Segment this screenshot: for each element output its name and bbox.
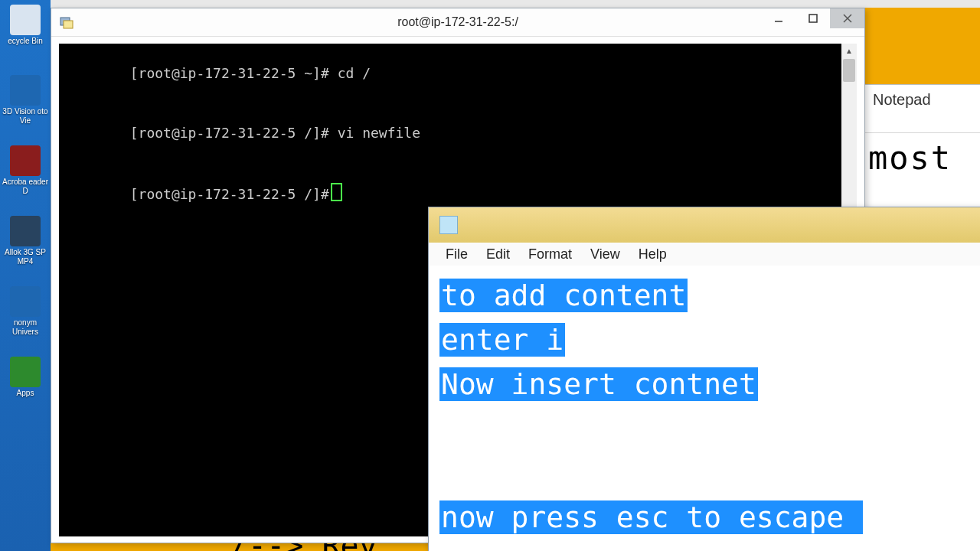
putty-icon <box>59 15 74 30</box>
selected-text: to add content <box>439 279 688 312</box>
text-blank-line <box>439 406 980 451</box>
desktop-icon[interactable]: Acroba eader D <box>0 141 51 211</box>
text-line: to add content <box>439 273 980 318</box>
menu-bar: File Edit Format View Help <box>429 243 980 266</box>
menu-help[interactable]: Help <box>629 245 676 264</box>
video-converter-icon <box>10 216 41 246</box>
desktop-icon-label: Acroba eader D <box>0 178 51 196</box>
desktop-icon-label: Apps <box>17 389 34 398</box>
window-title: Notepad <box>862 85 980 133</box>
text-blank-line <box>439 451 980 495</box>
terminal-prompt: [root@ip-172-31-22-5 /]# <box>130 186 329 202</box>
notepad-icon <box>439 216 458 234</box>
desktop-icon[interactable]: 3D Vision oto Vie <box>0 70 51 141</box>
taskbar-hint <box>0 0 980 8</box>
scroll-up-icon[interactable]: ▲ <box>841 44 857 57</box>
nvidia-icon <box>10 75 41 106</box>
menu-view[interactable]: View <box>581 245 629 264</box>
notes-window[interactable]: Ex File Edit Format View Help to add con… <box>428 207 980 551</box>
terminal-line: [root@ip-172-31-22-5 /]# vi newfile <box>59 103 841 163</box>
svg-rect-3 <box>809 15 817 22</box>
svg-rect-1 <box>64 21 73 28</box>
selected-text: Now insert contnet <box>439 367 758 401</box>
titlebar[interactable]: Ex <box>429 207 980 243</box>
vpn-icon <box>10 286 41 317</box>
desktop-icon[interactable]: Apps <box>0 352 51 422</box>
window-controls <box>761 8 864 31</box>
text-line: now press esc to escape <box>439 495 980 540</box>
maximize-button[interactable] <box>795 8 830 28</box>
scrollbar-thumb[interactable] <box>843 59 855 82</box>
desktop-icon[interactable]: ecycle Bin <box>0 0 51 70</box>
apps-folder-icon <box>10 357 41 387</box>
terminal-prompt: [root@ip-172-31-22-5 ~]# <box>130 65 329 81</box>
desktop-icon-label: ecycle Bin <box>8 37 43 46</box>
terminal-command: cd / <box>329 65 371 81</box>
desktop-icons-column: ecycle Bin 3D Vision oto Vie Acroba eade… <box>0 0 51 551</box>
desktop-icon-label: Allok 3G SP MP4 <box>0 248 51 266</box>
titlebar[interactable]: root@ip-172-31-22-5:/ <box>51 8 864 37</box>
close-button[interactable] <box>830 8 864 28</box>
selected-text: now press esc to escape <box>439 500 863 534</box>
desktop-icon-label: 3D Vision oto Vie <box>0 107 51 126</box>
acrobat-icon <box>10 145 41 176</box>
text-line: enter i <box>439 318 980 362</box>
menu-file[interactable]: File <box>436 245 477 264</box>
terminal-prompt: [root@ip-172-31-22-5 /]# <box>130 125 329 141</box>
notepad-content[interactable]: most <box>862 133 980 183</box>
text-line: Now insert contnet <box>439 362 980 406</box>
desktop-icon[interactable]: Allok 3G SP MP4 <box>0 211 51 282</box>
text-area[interactable]: to add content enter i Now insert contne… <box>429 266 980 551</box>
notepad-window-background[interactable]: Notepad most <box>861 84 980 216</box>
desktop-icon-label: nonym Univers <box>0 318 51 337</box>
minimize-button[interactable] <box>761 8 795 28</box>
desktop: ecycle Bin 3D Vision oto Vie Acroba eade… <box>0 0 980 551</box>
terminal-line: [root@ip-172-31-22-5 ~]# cd / <box>59 44 841 103</box>
terminal-cursor <box>331 183 342 201</box>
recycle-bin-icon <box>10 5 41 35</box>
menu-edit[interactable]: Edit <box>477 245 519 264</box>
selected-text: enter i <box>439 323 565 357</box>
terminal-command: vi newfile <box>329 125 420 141</box>
menu-format[interactable]: Format <box>519 245 581 264</box>
desktop-icon[interactable]: nonym Univers <box>0 282 51 352</box>
window-title: root@ip-172-31-22-5:/ <box>51 15 864 29</box>
